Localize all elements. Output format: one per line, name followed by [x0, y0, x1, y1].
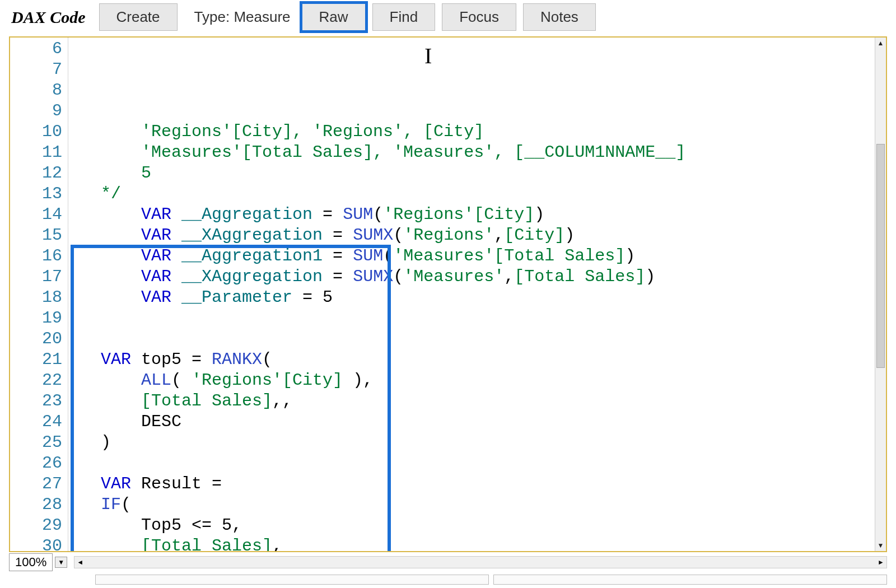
- code-editor[interactable]: 6789101112131415161718192021222324252627…: [9, 36, 887, 552]
- text-cursor-icon: I: [424, 45, 432, 66]
- line-number: 21: [12, 349, 62, 370]
- line-number: 26: [12, 453, 62, 474]
- code-line[interactable]: ALL( 'Regions'[City] ),: [71, 370, 875, 391]
- code-line[interactable]: [71, 308, 875, 329]
- horizontal-scrollbar[interactable]: ◄ ►: [74, 556, 887, 568]
- code-line[interactable]: 'Measures'[Total Sales], 'Measures', [__…: [71, 142, 875, 163]
- line-number: 30: [12, 536, 62, 552]
- create-button[interactable]: Create: [99, 3, 178, 31]
- code-line[interactable]: */: [71, 184, 875, 204]
- app-root: DAX Code Create Type: Measure Raw Find F…: [0, 0, 896, 588]
- zoom-dropdown-icon[interactable]: ▼: [55, 557, 67, 568]
- code-area[interactable]: I 'Regions'[City], 'Regions', [City] 'Me…: [71, 38, 875, 551]
- code-line[interactable]: VAR __XAggregation = SUMX('Measures',[To…: [71, 267, 875, 287]
- code-line[interactable]: VAR __Aggregation = SUM('Regions'[City]): [71, 204, 875, 225]
- toolbar: DAX Code Create Type: Measure Raw Find F…: [0, 0, 896, 34]
- status-bar: 100% ▼ ◄ ►: [0, 552, 896, 573]
- raw-button[interactable]: Raw: [302, 3, 366, 31]
- line-number: 22: [12, 370, 62, 391]
- code-line[interactable]: VAR top5 = RANKX(: [71, 349, 875, 370]
- vertical-scrollbar[interactable]: ▲ ▼: [875, 38, 886, 551]
- code-line[interactable]: 5: [71, 163, 875, 184]
- line-number: 7: [12, 59, 62, 80]
- line-number: 20: [12, 329, 62, 349]
- line-number: 13: [12, 184, 62, 204]
- scroll-left-arrow-icon[interactable]: ◄: [74, 557, 86, 568]
- code-line[interactable]: VAR __Parameter = 5: [71, 287, 875, 308]
- line-number: 29: [12, 515, 62, 536]
- line-number: 24: [12, 412, 62, 432]
- line-number: 8: [12, 80, 62, 101]
- code-line[interactable]: Top5 <= 5,: [71, 515, 875, 536]
- zoom-value[interactable]: 100%: [9, 553, 53, 571]
- scroll-down-arrow-icon[interactable]: ▼: [875, 540, 886, 551]
- line-number: 14: [12, 204, 62, 225]
- line-number: 28: [12, 494, 62, 515]
- scroll-right-arrow-icon[interactable]: ►: [875, 557, 886, 568]
- code-line[interactable]: ): [71, 432, 875, 453]
- code-line[interactable]: 'Regions'[City], 'Regions', [City]: [71, 122, 875, 142]
- focus-button[interactable]: Focus: [442, 3, 516, 31]
- code-line[interactable]: VAR __Aggregation1 = SUM('Measures'[Tota…: [71, 246, 875, 267]
- line-number: 6: [12, 39, 62, 59]
- code-line[interactable]: VAR __XAggregation = SUMX('Regions',[Cit…: [71, 225, 875, 246]
- line-number: 16: [12, 246, 62, 267]
- scrollbar-thumb[interactable]: [876, 144, 885, 368]
- code-line[interactable]: IF(: [71, 494, 875, 515]
- line-number: 11: [12, 142, 62, 163]
- code-line[interactable]: VAR Result =: [71, 474, 875, 494]
- code-line[interactable]: [Total Sales],,: [71, 391, 875, 412]
- line-number: 10: [12, 122, 62, 142]
- find-button[interactable]: Find: [372, 3, 436, 31]
- notes-button[interactable]: Notes: [523, 3, 596, 31]
- line-number: 9: [12, 101, 62, 122]
- line-number: 23: [12, 391, 62, 412]
- line-number: 27: [12, 474, 62, 494]
- code-line[interactable]: [Total Sales],: [71, 536, 875, 551]
- line-number: 18: [12, 287, 62, 308]
- line-number: 25: [12, 432, 62, 453]
- line-number: 15: [12, 225, 62, 246]
- bottom-slot-2: [493, 575, 887, 585]
- scroll-up-arrow-icon[interactable]: ▲: [875, 38, 886, 49]
- code-line[interactable]: [71, 329, 875, 349]
- type-label: Type: Measure: [184, 8, 295, 26]
- app-title: DAX Code: [11, 8, 86, 27]
- line-number: 12: [12, 163, 62, 184]
- bottom-slot-1: [95, 575, 489, 585]
- bottom-panels: [0, 573, 896, 588]
- line-number: 19: [12, 308, 62, 329]
- line-number-gutter: 6789101112131415161718192021222324252627…: [12, 38, 68, 551]
- code-line[interactable]: [71, 453, 875, 474]
- code-line[interactable]: DESC: [71, 412, 875, 432]
- line-number: 17: [12, 267, 62, 287]
